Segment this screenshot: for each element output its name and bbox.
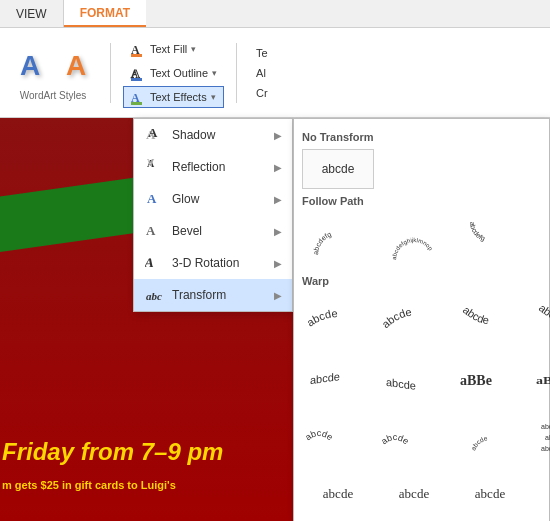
3d-rotation-icon: A — [144, 253, 164, 273]
ribbon-divider-1 — [110, 43, 111, 103]
al-label: Al — [256, 67, 266, 79]
svg-text:abcde: abcde — [469, 434, 488, 451]
right-buttons-group: Te Al Cr — [249, 44, 275, 102]
transform-arrow: ▶ — [274, 290, 282, 301]
warp-cell-r4c4[interactable]: abcde — [530, 467, 550, 521]
te-button[interactable]: Te — [249, 44, 275, 62]
no-transform-section: No Transform abcde — [302, 131, 541, 189]
svg-text:abcde: abcde — [381, 306, 412, 331]
tab-format[interactable]: FORMAT — [64, 0, 146, 27]
warp-cell-triangle[interactable]: abcde abc abcde — [530, 409, 550, 463]
text-effects-button[interactable]: A Text Effects ▾ — [123, 86, 224, 108]
shadow-label: Shadow — [172, 128, 266, 142]
svg-text:abc: abc — [545, 434, 550, 441]
warp-svg-arch3: abcde — [533, 297, 550, 343]
text-fill-icon: A — [130, 41, 146, 57]
slide-main-text: Friday from 7–9 pm — [2, 438, 223, 466]
text-fill-label: Text Fill — [150, 43, 187, 55]
warp-cell-deflate[interactable]: aBBe — [530, 351, 550, 405]
svg-rect-5 — [131, 102, 142, 105]
warp-svg-wave1: abcde — [305, 413, 371, 459]
glow-icon: A — [144, 189, 164, 209]
follow-path-cell-3[interactable]: abcdefg — [454, 213, 526, 267]
warp-cell-arch3[interactable]: abcde — [530, 293, 550, 347]
transform-panel: No Transform abcde Follow Path abcdefg — [293, 118, 550, 521]
svg-text:abc: abc — [146, 290, 162, 302]
wordart-styles-group: A A WordArt Styles — [8, 44, 98, 101]
text-outline-icon: A — [130, 65, 146, 81]
text-effects-dropdown: A A Shadow ▶ A A Reflection ▶ A — [133, 118, 293, 312]
svg-text:abcdefg: abcdefg — [469, 221, 486, 243]
tab-view[interactable]: VIEW — [0, 0, 64, 27]
svg-text:A: A — [148, 126, 158, 140]
menu-item-glow[interactable]: A Glow ▶ — [134, 183, 292, 215]
svg-text:abcde: abcde — [537, 302, 550, 325]
3d-rotation-label: 3-D Rotation — [172, 256, 266, 270]
warp-label: Warp — [302, 275, 541, 287]
wordart-item-1[interactable]: A — [8, 44, 52, 88]
warp-text-r4c2: abcde — [399, 486, 429, 502]
menu-item-shadow[interactable]: A A Shadow ▶ — [134, 119, 292, 151]
bevel-arrow: ▶ — [274, 226, 282, 237]
svg-text:A: A — [146, 223, 156, 238]
warp-cell-r4c3[interactable]: abcde — [454, 467, 526, 521]
svg-text:A: A — [145, 255, 156, 270]
menu-item-bevel[interactable]: A Bevel ▶ — [134, 215, 292, 247]
warp-svg-plain: abcde — [305, 297, 371, 343]
3d-rotation-arrow: ▶ — [274, 258, 282, 269]
warp-svg-arch1: abcde — [381, 297, 447, 343]
transform-icon: abc — [144, 285, 164, 305]
menu-item-reflection[interactable]: A A Reflection ▶ — [134, 151, 292, 183]
svg-text:abcde: abcde — [541, 445, 550, 452]
warp-cell-r4c1[interactable]: abcde — [302, 467, 374, 521]
menu-item-transform[interactable]: abc Transform ▶ — [134, 279, 292, 311]
svg-rect-3 — [131, 78, 142, 81]
svg-text:A: A — [147, 191, 157, 206]
follow-path-cell-1[interactable]: abcdefg — [302, 213, 374, 267]
warp-cell-plain[interactable]: abcde — [302, 293, 374, 347]
text-fill-button[interactable]: A Text Fill ▾ — [123, 38, 224, 60]
warp-svg-circle-small: abcde — [457, 413, 523, 459]
warp-cell-r2c1[interactable]: abcde — [302, 351, 374, 405]
follow-path-cell-2[interactable]: abcdefghijklmnop — [378, 213, 450, 267]
warp-cell-r4c2[interactable]: abcde — [378, 467, 450, 521]
wordart-item-2[interactable]: A — [54, 44, 98, 88]
warp-cell-wave1[interactable]: abcde — [302, 409, 374, 463]
menu-item-3d-rotation[interactable]: A 3-D Rotation ▶ — [134, 247, 292, 279]
glow-label: Glow — [172, 192, 266, 206]
svg-text:abcde: abcde — [381, 432, 411, 446]
svg-text:abcde: abcde — [310, 370, 340, 386]
svg-text:abcde: abcde — [305, 307, 338, 329]
warp-cell-inflate[interactable]: aBBe — [454, 351, 526, 405]
ribbon-divider-2 — [236, 43, 237, 103]
text-outline-button[interactable]: A Text Outline ▾ — [123, 62, 224, 84]
text-effects-icon: A — [130, 89, 146, 105]
warp-svg-inflate: aBBe — [457, 355, 523, 401]
svg-text:abcdefghijklmnop: abcdefghijklmnop — [391, 237, 434, 260]
warp-text-r4c1: abcde — [323, 486, 353, 502]
glow-arrow: ▶ — [274, 194, 282, 205]
shadow-icon: A A — [144, 125, 164, 145]
warp-cell-arch2[interactable]: abcde — [454, 293, 526, 347]
follow-path-svg-2: abcdefghijklmnop — [381, 217, 447, 263]
text-effects-label: Text Effects — [150, 91, 207, 103]
warp-text-r4c3: abcde — [475, 486, 505, 502]
al-button[interactable]: Al — [249, 64, 275, 82]
no-transform-cell[interactable]: abcde — [302, 149, 374, 189]
warp-svg-r2c2: abcde — [381, 355, 447, 401]
warp-cell-r2c2[interactable]: abcde — [378, 351, 450, 405]
ribbon-tabs: VIEW FORMAT — [0, 0, 550, 28]
cr-button[interactable]: Cr — [249, 84, 275, 102]
text-outline-label: Text Outline — [150, 67, 208, 79]
warp-cell-wave2[interactable]: abcde — [378, 409, 450, 463]
follow-path-svg-3: abcdefg — [457, 217, 523, 263]
no-transform-text: abcde — [322, 162, 355, 176]
svg-text:abcdefg: abcdefg — [312, 230, 333, 255]
te-label: Te — [256, 47, 268, 59]
text-effects-arrow: ▾ — [211, 92, 216, 102]
shadow-arrow: ▶ — [274, 130, 282, 141]
warp-cell-circle-small[interactable]: abcde — [454, 409, 526, 463]
svg-text:aBBe: aBBe — [460, 373, 492, 388]
warp-svg-r2c1: abcde — [305, 355, 371, 401]
warp-cell-arch1[interactable]: abcde — [378, 293, 450, 347]
